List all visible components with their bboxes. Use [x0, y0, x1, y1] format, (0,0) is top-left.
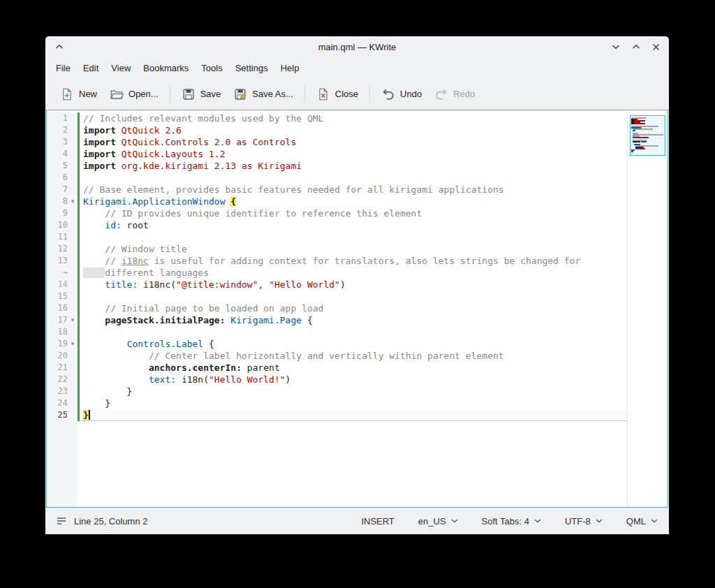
line-number[interactable]: 8: [47, 196, 68, 207]
wrap-marker-icon[interactable]: ↪: [47, 267, 68, 279]
menu-view[interactable]: View: [105, 60, 137, 76]
line-number[interactable]: 9: [47, 207, 68, 219]
toolbar-save-button[interactable]: Save: [175, 83, 228, 105]
line-number[interactable]: 25: [47, 409, 68, 421]
code-line-text[interactable]: pageStack.initialPage: Kirigami.Page {: [80, 314, 628, 326]
code-line-text[interactable]: Kirigami.ApplicationWindow {: [80, 196, 628, 207]
code-line-text[interactable]: [80, 172, 628, 184]
code-line-text[interactable]: id: root: [80, 219, 628, 231]
code-line-text[interactable]: // Includes relevant modules used by the…: [80, 112, 628, 124]
menu-settings[interactable]: Settings: [229, 60, 274, 76]
menu-bookmarks[interactable]: Bookmarks: [137, 60, 195, 76]
statusbar-qml[interactable]: QML: [626, 516, 658, 527]
toolbar-separator: [170, 85, 170, 103]
code-line-text[interactable]: text: i18n("Hello World!"): [80, 374, 628, 385]
code-line-text[interactable]: // Base element, provides basic features…: [80, 184, 628, 196]
line-number[interactable]: 14: [47, 279, 68, 291]
menu-help[interactable]: Help: [274, 60, 306, 76]
line-number[interactable]: 4: [47, 148, 68, 160]
code-line-text[interactable]: [80, 291, 628, 302]
redo-icon: [434, 87, 448, 101]
fold-column: [68, 124, 78, 136]
fold-column: [68, 148, 78, 160]
toolbar-new-button[interactable]: New: [54, 83, 103, 105]
line-number[interactable]: 12: [47, 243, 68, 255]
statusbar-utf-8[interactable]: UTF-8: [565, 516, 603, 527]
minimize-icon[interactable]: [612, 44, 620, 50]
line-number[interactable]: 3: [47, 136, 68, 148]
line-number[interactable]: 22: [47, 374, 68, 385]
code-line-text[interactable]: import QtQuick 2.6: [80, 124, 628, 136]
code-line: 23 }: [47, 385, 628, 397]
fold-column: [68, 112, 78, 124]
toolbar-close-button[interactable]: Close: [310, 83, 364, 105]
code-line-text[interactable]: anchors.centerIn: parent: [80, 362, 628, 374]
line-number[interactable]: 2: [47, 124, 68, 136]
statusbar-soft-tabs-4[interactable]: Soft Tabs: 4: [482, 516, 541, 527]
toolbar-label: Save As...: [252, 89, 293, 99]
line-number[interactable]: 6: [47, 172, 68, 184]
keep-above-icon[interactable]: [55, 44, 64, 50]
minimap-view-rect[interactable]: [630, 115, 665, 156]
code-area[interactable]: 1// Includes relevant modules used by th…: [47, 110, 628, 507]
code-line-text[interactable]: }: [80, 385, 628, 397]
line-number[interactable]: 13: [47, 255, 68, 267]
menubar: FileEditViewBookmarksToolsSettingsHelp: [45, 57, 669, 78]
code-line-text[interactable]: // ID provides unique identifier to refe…: [80, 207, 628, 219]
fold-marker-icon[interactable]: ▾: [68, 314, 78, 326]
fold-marker-icon[interactable]: ▾: [68, 338, 78, 350]
line-number[interactable]: 20: [47, 350, 68, 362]
menu-tools[interactable]: Tools: [195, 60, 228, 76]
close-icon[interactable]: [652, 43, 660, 51]
code-line-text[interactable]: }: [80, 397, 628, 409]
code-line-text[interactable]: }: [80, 409, 628, 421]
code-line-text[interactable]: // Window title: [80, 243, 628, 255]
fold-marker-icon[interactable]: ▾: [68, 196, 78, 207]
code-line-text[interactable]: import QtQuick.Layouts 1.2: [80, 148, 628, 160]
line-number[interactable]: 1: [47, 112, 68, 124]
line-number[interactable]: 16: [47, 302, 68, 314]
toolbar-open-button[interactable]: Open...: [103, 83, 165, 105]
code-line-text[interactable]: import org.kde.kirigami 2.13 as Kirigami: [80, 160, 628, 172]
line-number[interactable]: 11: [47, 231, 68, 243]
code-line-text[interactable]: // Center label horizontally and vertica…: [80, 350, 628, 362]
menu-file[interactable]: File: [50, 60, 77, 76]
statusbar-en-us[interactable]: en_US: [418, 516, 458, 527]
statusbar-label: QML: [626, 516, 646, 527]
toolbar-undo-button[interactable]: Undo: [375, 83, 428, 105]
line-number[interactable]: 5: [47, 160, 68, 172]
code-line: 22 text: i18n("Hello World!"): [47, 374, 628, 385]
line-number[interactable]: 19: [47, 338, 68, 350]
statusbar-lines-icon[interactable]: [57, 517, 66, 525]
editor[interactable]: 1// Includes relevant modules used by th…: [46, 110, 668, 508]
code-line: 13 // i18nc is useful for adding context…: [47, 255, 628, 267]
line-number[interactable]: 23: [47, 385, 68, 397]
line-number[interactable]: 10: [47, 219, 68, 231]
code-line-text[interactable]: Controls.Label {: [80, 338, 628, 350]
code-line-text[interactable]: different languages: [80, 267, 628, 279]
toolbar-save-as-button[interactable]: Save As...: [227, 83, 300, 105]
line-number[interactable]: 15: [47, 291, 68, 302]
minimap-scrollbar[interactable]: [627, 110, 668, 507]
line-number[interactable]: 18: [47, 326, 68, 338]
titlebar-buttons: [612, 43, 660, 51]
line-number[interactable]: 7: [47, 184, 68, 196]
folder-open-icon: [110, 87, 124, 101]
code-line-text[interactable]: import QtQuick.Controls 2.0 as Controls: [80, 136, 628, 148]
code-line: 10 id: root: [47, 219, 628, 231]
fold-column: [68, 385, 78, 397]
statusbar-insert[interactable]: INSERT: [361, 516, 394, 527]
toolbar-separator: [304, 85, 305, 103]
code-line-text[interactable]: [80, 326, 628, 338]
code-line-text[interactable]: title: i18nc("@title:window", "Hello Wor…: [80, 279, 628, 291]
line-number[interactable]: 24: [47, 397, 68, 409]
code-line: 5import org.kde.kirigami 2.13 as Kirigam…: [47, 160, 628, 172]
code-line-text[interactable]: [80, 231, 628, 243]
line-number[interactable]: 21: [47, 362, 68, 374]
code-line-text[interactable]: // i18nc is useful for adding context fo…: [80, 255, 628, 267]
line-number[interactable]: 17: [47, 314, 68, 326]
titlebar[interactable]: main.qml — KWrite: [45, 36, 669, 57]
maximize-icon[interactable]: [632, 44, 640, 50]
code-line-text[interactable]: // Initial page to be loaded on app load: [80, 302, 628, 314]
menu-edit[interactable]: Edit: [77, 60, 105, 76]
